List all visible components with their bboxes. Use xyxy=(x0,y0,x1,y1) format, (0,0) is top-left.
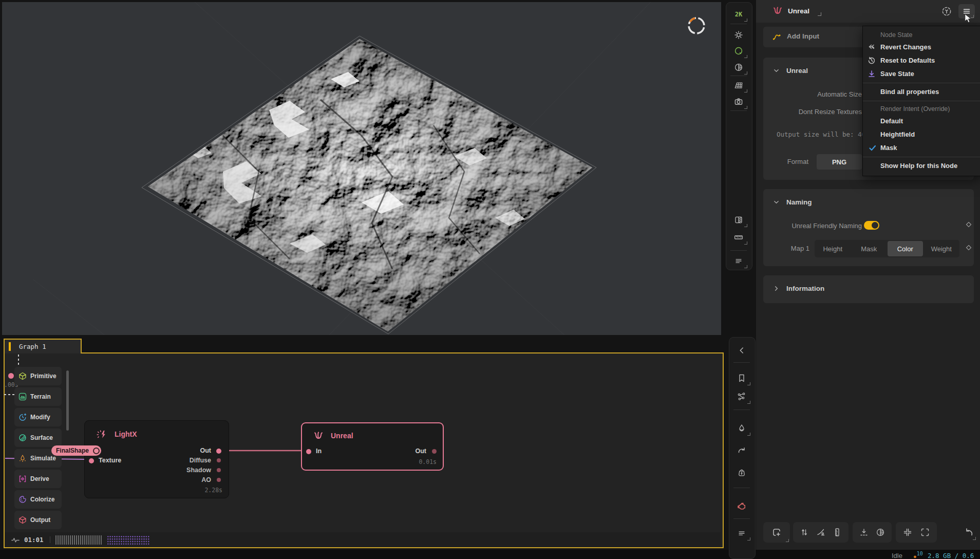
section-naming-header[interactable]: Naming xyxy=(774,198,812,206)
graph-tab[interactable]: Graph 1 xyxy=(4,339,82,353)
split-view-icon[interactable] xyxy=(729,212,748,228)
app-root: 2K xyxy=(0,0,980,559)
add-input-label: Add Input xyxy=(787,32,819,40)
ruler-icon[interactable] xyxy=(729,230,748,245)
menu-item-reset-defaults[interactable]: Reset to Defaults xyxy=(863,54,980,67)
graph-timecode: 01:01 xyxy=(24,536,44,544)
output-port-shadow[interactable] xyxy=(217,468,221,472)
surface-icon xyxy=(18,434,27,442)
menu-item-heightfield[interactable]: Heightfield xyxy=(863,128,980,141)
node-time: 2.28s xyxy=(204,487,222,494)
graph-menu-icon[interactable] xyxy=(732,526,751,541)
output-port-out[interactable] xyxy=(216,449,221,454)
wire-style-icon[interactable] xyxy=(816,527,826,537)
bind-diamond-icon[interactable] xyxy=(966,245,972,251)
viewport-3d[interactable] xyxy=(2,2,721,335)
port-label: In xyxy=(316,448,322,455)
rerun-icon[interactable] xyxy=(732,443,751,459)
resource-bag-icon[interactable] xyxy=(732,465,751,480)
map-option-weight[interactable]: Weight xyxy=(924,241,959,256)
viewport-menu-icon[interactable] xyxy=(729,253,748,269)
category-surface[interactable]: Surface xyxy=(14,428,62,447)
map-option-height[interactable]: Height xyxy=(815,241,851,256)
collapse-panel-icon[interactable] xyxy=(732,343,751,358)
menu-item-mask[interactable]: Mask xyxy=(863,141,980,155)
drop-to-ground-icon[interactable] xyxy=(859,527,869,537)
check-icon xyxy=(868,143,877,153)
category-scrollbar[interactable] xyxy=(66,370,69,431)
bookmarks-icon[interactable] xyxy=(732,370,751,386)
tab-label: Graph 1 xyxy=(19,343,46,350)
output-port-ao[interactable] xyxy=(217,478,221,482)
build-engine-icon[interactable] xyxy=(732,498,751,513)
display-tools-group xyxy=(853,522,892,543)
menu-item-bind-all[interactable]: Bind all properties xyxy=(863,85,980,99)
menu-item-save-state[interactable]: Save State xyxy=(863,67,980,81)
node-lightx[interactable]: LightX Texture Out Diffuse Shadow AO 2.2… xyxy=(84,420,229,498)
camera-icon[interactable] xyxy=(729,94,748,109)
category-output[interactable]: Output xyxy=(14,511,62,529)
section-title: Information xyxy=(786,285,824,292)
map-option-mask[interactable]: Mask xyxy=(852,241,887,256)
menu-item-revert-changes[interactable]: Revert Changes xyxy=(863,41,980,54)
category-modify[interactable]: Modify xyxy=(14,408,62,426)
menu-item-show-help[interactable]: Show Help for this Node xyxy=(863,159,980,173)
lightx-icon xyxy=(96,429,107,440)
memory-usage: 2.8 GB / 0.6 GB xyxy=(928,552,980,559)
engine-state: Idle xyxy=(892,552,902,559)
vertical-ruler-icon[interactable] xyxy=(832,527,842,537)
mesh-grid-icon[interactable] xyxy=(729,78,748,93)
node-title-bar: Unreal xyxy=(756,0,980,23)
input-port-texture[interactable] xyxy=(89,458,94,463)
divider xyxy=(733,409,750,410)
automatic-size-label: Automatic Size xyxy=(772,90,862,98)
node-title: Unreal xyxy=(788,7,809,15)
bind-diamond-icon[interactable] xyxy=(966,221,972,228)
fullscreen-icon[interactable] xyxy=(920,527,930,537)
menu-separator xyxy=(863,157,980,157)
menu-item-default[interactable]: Default xyxy=(863,115,980,128)
port-label: Out xyxy=(415,448,426,455)
divider xyxy=(50,536,50,543)
input-port-in[interactable] xyxy=(306,449,311,454)
node-time: 0.01s xyxy=(419,458,437,465)
category-colorize[interactable]: Colorize xyxy=(14,490,62,509)
resolution-badge[interactable]: 2K xyxy=(729,7,748,22)
lighting-sun-icon[interactable] xyxy=(729,27,748,43)
section-information-header[interactable]: Information xyxy=(774,285,824,292)
zoom-tools-group xyxy=(896,522,937,543)
output-port-out[interactable] xyxy=(432,449,437,454)
auto-arrange-icon[interactable] xyxy=(799,527,809,537)
friendly-naming-toggle[interactable] xyxy=(864,221,879,230)
node-preview-icon[interactable] xyxy=(875,527,885,537)
category-primitive[interactable]: Primitive xyxy=(14,367,62,385)
unreal-node-icon xyxy=(312,430,325,442)
node-unreal[interactable]: Unreal In Out 0.01s xyxy=(301,422,444,471)
timeline-dots[interactable] xyxy=(107,535,150,545)
node-context-menu: Node State Revert Changes Reset to Defau… xyxy=(862,26,980,176)
timeline-bars[interactable] xyxy=(55,535,103,545)
viewport-toolbar: 2K xyxy=(726,2,752,270)
contrast-sphere-icon[interactable] xyxy=(729,60,748,75)
portal-pill-finalshape[interactable]: FinalShape xyxy=(51,445,101,456)
add-input-icon xyxy=(771,32,782,42)
map-option-color[interactable]: Color xyxy=(888,241,923,256)
undo-button[interactable] xyxy=(962,524,977,541)
output-size-note: Output size will be: 40 xyxy=(777,131,865,138)
section-unreal-header[interactable]: Unreal xyxy=(774,67,808,74)
simulate-icon xyxy=(18,454,27,462)
category-derive[interactable]: Derive xyxy=(14,470,62,488)
fit-selection-icon[interactable] xyxy=(902,527,913,537)
derive-icon xyxy=(18,475,27,483)
format-png-button[interactable]: PNG xyxy=(817,154,862,170)
node-title: LightX xyxy=(115,430,137,438)
category-terrain[interactable]: Terrain xyxy=(14,387,62,406)
port-label: Diffuse xyxy=(190,457,211,464)
isolate-target-icon[interactable] xyxy=(940,5,953,18)
water-sphere-icon[interactable] xyxy=(729,43,748,59)
erosion-flame-icon[interactable] xyxy=(732,421,751,436)
output-port-diffuse[interactable] xyxy=(217,458,221,462)
node-title: Unreal xyxy=(331,432,353,440)
subgraph-nodes-icon[interactable] xyxy=(732,389,751,404)
add-node-button[interactable] xyxy=(763,522,790,543)
